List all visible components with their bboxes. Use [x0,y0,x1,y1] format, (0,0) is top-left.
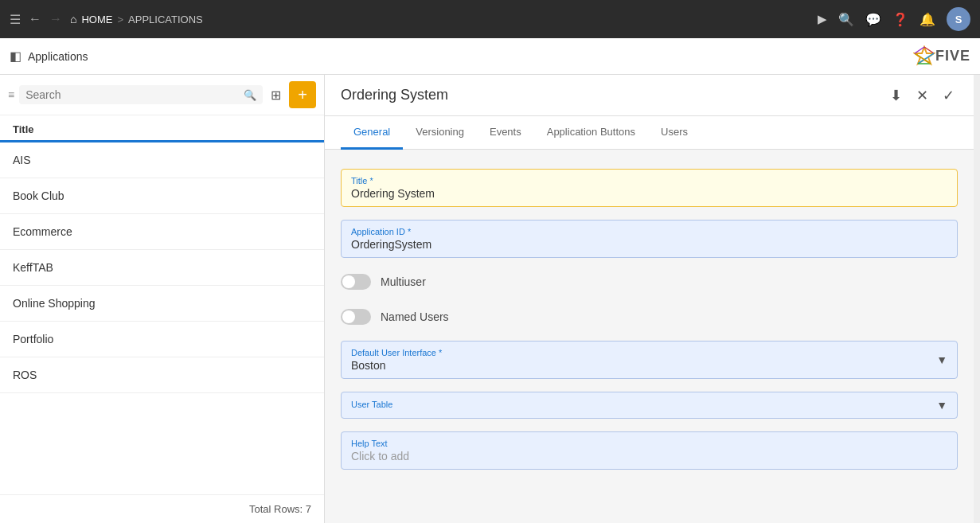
home-icon: ⌂ [70,13,76,25]
confirm-icon[interactable]: ✓ [939,84,958,107]
app-id-label: Application ID * [351,227,947,236]
avatar[interactable]: S [947,7,970,31]
five-star-icon [913,45,935,68]
breadcrumb: ⌂ HOME > APPLICATIONS [70,13,203,25]
download-icon[interactable]: ⬇ [887,84,905,107]
list-item[interactable]: AIS [0,142,324,178]
sidebar: ≡ 🔍 ⊞ + Title AIS Book Club Ecommerce Ke… [0,75,325,523]
list-item[interactable]: KeffTAB [0,250,324,286]
title-label: Title * [351,176,947,185]
tab-events[interactable]: Events [477,116,534,150]
app-title: Applications [28,50,88,63]
hamburger-icon[interactable]: ☰ [10,12,21,27]
title-field: Title * Ordering System [341,169,958,207]
user-table-content: User Table [351,400,936,411]
apps-label[interactable]: APPLICATIONS [128,14,203,25]
default-ui-field: Default User Interface * Boston ▼ [341,341,958,379]
default-ui-select[interactable]: Default User Interface * Boston ▼ [341,341,958,379]
chevron-down-icon: ▼ [936,353,947,366]
default-ui-value: Boston [351,359,936,372]
list-item[interactable]: Ecommerce [0,214,324,250]
search-input[interactable] [25,88,244,101]
total-rows-label: Total Rows: 7 [249,503,311,515]
sidebar-toggle-icon[interactable]: ◧ [10,49,21,64]
search-globe-icon[interactable]: 🔍 [838,12,854,27]
sidebar-list: AIS Book Club Ecommerce KeffTAB Online S… [0,142,324,494]
tab-users[interactable]: Users [648,116,701,150]
sidebar-column-header: Title [0,115,324,142]
list-item[interactable]: Online Shopping [0,286,324,322]
chat-icon[interactable]: 💬 [865,12,881,27]
named-users-toggle[interactable] [341,309,371,325]
title-value: Ordering System [351,187,947,200]
tab-general[interactable]: General [341,116,403,150]
user-table-select[interactable]: User Table ▼ [341,392,958,419]
named-users-label: Named Users [381,310,449,323]
filter-icon[interactable]: ≡ [8,88,14,101]
second-bar: ◧ Applications FIVE [0,38,980,75]
default-ui-content: Default User Interface * Boston [351,348,936,372]
main-layout: ≡ 🔍 ⊞ + Title AIS Book Club Ecommerce Ke… [0,75,980,523]
sidebar-search-bar: ≡ 🔍 ⊞ + [0,75,324,115]
app-id-value: OrderingSystem [351,238,947,251]
title-box[interactable]: Title * Ordering System [341,169,958,207]
help-icon[interactable]: ❓ [892,12,908,27]
search-icon: 🔍 [244,89,256,101]
multiuser-row: Multiuser [341,271,958,293]
app-id-field: Application ID * OrderingSystem [341,220,958,258]
list-item[interactable]: Book Club [0,178,324,214]
user-table-label: User Table [351,400,936,409]
logo-text: FIVE [935,48,970,64]
home-label[interactable]: HOME [81,14,112,25]
user-table-field: User Table ▼ [341,392,958,419]
tabs-bar: General Versioning Events Application Bu… [325,116,974,150]
back-icon[interactable]: ← [29,12,41,26]
detail-panel: Ordering System ⬇ ✕ ✓ General Versioning… [325,75,974,523]
default-ui-label: Default User Interface * [351,348,936,357]
multiuser-field: Multiuser [341,271,958,293]
breadcrumb-sep1: > [117,14,123,25]
forward-icon[interactable]: → [49,12,62,26]
help-text-label: Help Text [351,439,947,448]
play-icon[interactable]: ▶ [818,12,827,26]
search-input-wrap: 🔍 [19,85,263,104]
sidebar-footer: Total Rows: 7 [0,494,324,523]
list-item[interactable]: Portfolio [0,322,324,357]
add-button[interactable]: + [289,81,316,108]
top-bar: ☰ ← → ⌂ HOME > APPLICATIONS ▶ 🔍 💬 ❓ 🔔 S [0,0,980,38]
bell-icon[interactable]: 🔔 [919,12,935,27]
help-text-box[interactable]: Help Text Click to add [341,431,958,470]
export-icon[interactable]: ⊞ [267,84,284,106]
five-logo: FIVE [913,45,970,68]
tab-versioning[interactable]: Versioning [403,116,477,150]
detail-title: Ordering System [341,87,887,103]
named-users-row: Named Users [341,306,958,328]
multiuser-toggle[interactable] [341,274,371,290]
detail-header: Ordering System ⬇ ✕ ✓ [325,75,974,116]
app-id-box[interactable]: Application ID * OrderingSystem [341,220,958,258]
close-icon[interactable]: ✕ [913,84,931,107]
right-scrollbar[interactable] [974,75,980,523]
top-bar-right: ▶ 🔍 💬 ❓ 🔔 S [818,7,970,31]
help-text-field: Help Text Click to add [341,431,958,470]
help-text-placeholder: Click to add [351,450,947,463]
chevron-down-icon: ▼ [936,399,947,412]
tab-application-buttons[interactable]: Application Buttons [534,116,648,150]
list-item[interactable]: ROS [0,357,324,393]
multiuser-label: Multiuser [381,275,426,288]
form-content: Title * Ordering System Application ID *… [325,150,974,523]
detail-actions: ⬇ ✕ ✓ [887,84,958,107]
named-users-field: Named Users [341,306,958,328]
